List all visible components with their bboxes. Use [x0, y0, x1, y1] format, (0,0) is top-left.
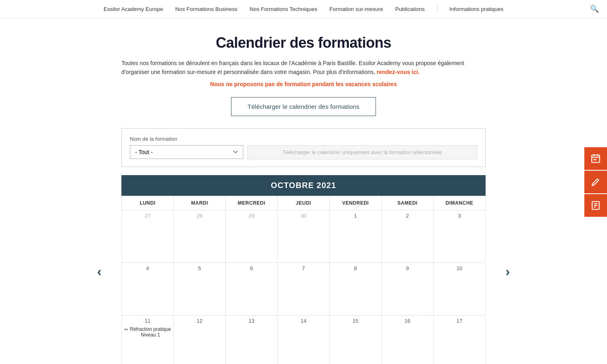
filter-box: Nom de la formation - Tout - Télécharger…: [121, 128, 486, 167]
filter-label: Nom de la formation: [130, 136, 477, 142]
day-number: 2: [384, 212, 431, 220]
day-number: 10: [436, 265, 483, 272]
day-number: 4: [124, 265, 171, 272]
sidebar-form-button[interactable]: [584, 194, 607, 217]
calendar-day-cell: 8: [329, 262, 381, 315]
event-text: Réfraction pratique Niveau 1: [130, 326, 171, 338]
holiday-notice: Nous ne proposons pas de formation penda…: [121, 81, 486, 87]
calendar-day-header: JEUDI: [278, 196, 329, 210]
day-number: 17: [436, 317, 483, 325]
calendar-day-cell: 9: [382, 262, 433, 315]
day-number: 13: [228, 317, 275, 325]
day-number: 5: [176, 265, 223, 272]
description: Toutes nos formations se déroulent en fr…: [121, 59, 486, 77]
calendar-day-cell: 16: [382, 315, 433, 364]
main-content: Calendrier des formations Toutes nos for…: [113, 18, 494, 364]
calendar-month-header: OCTOBRE 2021: [121, 175, 486, 196]
calendar-day-cell: 27: [122, 210, 174, 262]
day-number: 7: [280, 265, 327, 272]
calendar-week-row: 45678910: [122, 262, 486, 315]
nav-item-5[interactable]: Informations pratiques: [450, 6, 504, 12]
day-number: 15: [332, 317, 379, 325]
calendar-day-cell: 15: [329, 315, 381, 364]
next-month-arrow[interactable]: ›: [505, 264, 510, 279]
day-number: 14: [280, 317, 327, 325]
day-number: 6: [228, 265, 275, 272]
sidebar-calendar-button[interactable]: [584, 147, 607, 170]
calendar-day-cell: 14: [278, 315, 329, 364]
day-number: 12: [176, 317, 223, 325]
day-number: 30: [280, 212, 327, 220]
calendar-day-cell: 7: [278, 262, 329, 315]
calendar-day-header: SAMEDI: [382, 196, 433, 210]
calendar-day-cell: 4: [122, 262, 174, 315]
nav-item-1[interactable]: Nos Formations Business: [175, 6, 238, 12]
day-number: 11: [124, 317, 171, 325]
day-number: 29: [228, 212, 275, 220]
calendar-day-header: MERCREDI: [225, 196, 277, 210]
svg-line-6: [597, 179, 599, 180]
calendar-day-cell: 3: [433, 210, 485, 262]
day-number: 8: [332, 265, 379, 272]
description-link[interactable]: rendez-vous ici.: [377, 69, 420, 75]
calendar-week-row: 27282930123: [122, 210, 486, 262]
calendar-day-cell: 17: [433, 315, 485, 364]
filter-row: - Tout - Télécharger le calendrier uniqu…: [130, 145, 477, 159]
event-icon: ✂: [124, 327, 128, 332]
calendar-grid: LUNDIMARDIMERCREDIJEUDIVENDREDISAMEDIDIM…: [121, 196, 486, 364]
event-item[interactable]: ✂Réfraction pratique Niveau 1: [124, 326, 171, 338]
calendar-day-header: VENDREDI: [329, 196, 381, 210]
svg-rect-4: [594, 159, 595, 160]
calendar-day-cell: 30: [278, 210, 329, 262]
day-number: 3: [436, 212, 483, 220]
calendar-day-cell: 28: [174, 210, 225, 262]
nav-divider: [437, 5, 437, 13]
calendar-day-cell: 6: [225, 262, 277, 315]
calendar-day-header: LUNDI: [122, 196, 174, 210]
nav-item-2[interactable]: Nos Formations Techniques: [250, 6, 317, 12]
nav-item-0[interactable]: Essilor Academy Europe: [104, 6, 163, 12]
calendar-wrapper: ‹ › OCTOBRE 2021 LUNDIMARDIMERCREDIJEUDI…: [121, 175, 486, 364]
day-number: 28: [176, 212, 223, 220]
calendar-day-header: DIMANCHE: [433, 196, 485, 210]
svg-rect-5: [595, 159, 596, 160]
svg-rect-0: [592, 155, 600, 162]
calendar-day-cell: 5: [174, 262, 225, 315]
calendar-week-row: 11✂Réfraction pratique Niveau 1121314151…: [122, 315, 486, 364]
calendar-day-cell: 1: [329, 210, 381, 262]
day-number: 1: [332, 212, 379, 220]
sidebar-edit-button[interactable]: [584, 171, 607, 193]
nav-item-3[interactable]: Formation sur-mesure: [329, 6, 383, 12]
filter-download-button: Télécharger le calendrier uniquement ave…: [247, 145, 477, 159]
calendar-day-cell: 12: [174, 315, 225, 364]
calendar-header-row: LUNDIMARDIMERCREDIJEUDIVENDREDISAMEDIDIM…: [122, 196, 486, 210]
calendar-day-cell: 29: [225, 210, 277, 262]
day-number: 27: [124, 212, 171, 220]
search-icon[interactable]: 🔍: [590, 4, 599, 13]
nav-item-4[interactable]: Publications: [395, 6, 425, 12]
download-calendar-button[interactable]: Télécharger le calendrier des formations: [231, 97, 376, 116]
calendar-day-cell: 13: [225, 315, 277, 364]
sidebar-buttons: [584, 147, 607, 217]
day-number: 16: [384, 317, 431, 325]
calendar-day-cell: 11✂Réfraction pratique Niveau 1: [122, 315, 174, 364]
day-number: 9: [384, 265, 431, 272]
formation-select[interactable]: - Tout -: [130, 145, 243, 159]
calendar-day-cell: 2: [382, 210, 433, 262]
main-nav: Essilor Academy Europe Nos Formations Bu…: [0, 0, 607, 18]
page-title: Calendrier des formations: [121, 34, 486, 51]
calendar-day-cell: 10: [433, 262, 485, 315]
prev-month-arrow[interactable]: ‹: [97, 264, 102, 279]
calendar-day-header: MARDI: [174, 196, 225, 210]
